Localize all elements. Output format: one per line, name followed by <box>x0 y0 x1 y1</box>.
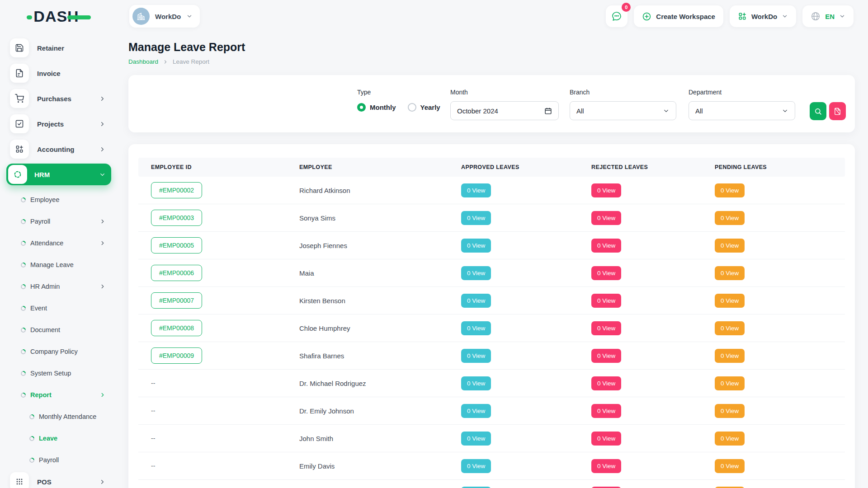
chevron-right-icon <box>99 479 106 485</box>
sidebar-subitem-hr-admin[interactable]: HR Admin <box>0 276 118 297</box>
employee-id-badge[interactable]: #EMP00006 <box>151 265 202 281</box>
rejected-leaves-badge[interactable]: 0 View <box>591 266 621 280</box>
workspace-switcher[interactable]: WorkDo <box>730 5 796 27</box>
approved-leaves-badge[interactable]: 0 View <box>461 432 491 446</box>
employee-id-badge[interactable]: #EMP00009 <box>151 347 202 364</box>
sidebar-subitem-employee[interactable]: Employee <box>0 189 118 211</box>
pending-leaves-badge[interactable]: 0 View <box>715 211 745 225</box>
month-input[interactable]: October 2024 <box>450 101 559 120</box>
breadcrumb-dashboard-link[interactable]: Dashboard <box>128 58 158 65</box>
rejected-leaves-badge[interactable]: 0 View <box>591 404 621 418</box>
sidebar-subitem-attendance[interactable]: Attendance <box>0 232 118 254</box>
sidebar-item-invoice[interactable]: Invoice <box>6 62 111 84</box>
workspace-selector[interactable]: WorkDo <box>129 5 200 28</box>
pending-leaves-badge[interactable]: 0 View <box>715 404 745 418</box>
pending-leaves-badge[interactable]: 0 View <box>715 376 745 390</box>
plus-circle-icon <box>642 12 651 21</box>
radio-monthly[interactable]: Monthly <box>357 103 396 112</box>
approved-leaves-badge[interactable]: 0 View <box>461 294 491 308</box>
sidebar-item-pos[interactable]: POS <box>6 471 111 488</box>
chevron-right-icon <box>99 121 106 127</box>
rejected-leaves-badge[interactable]: 0 View <box>591 432 621 446</box>
sidebar-item-hrm[interactable]: HRM <box>6 164 111 185</box>
pending-leaves-badge[interactable]: 0 View <box>715 487 745 488</box>
sidebar-item-projects[interactable]: Projects <box>6 113 111 135</box>
rejected-leaves-badge[interactable]: 0 View <box>591 211 621 225</box>
approved-leaves-badge[interactable]: 0 View <box>461 459 491 473</box>
rejected-leaves-badge[interactable]: 0 View <box>591 239 621 253</box>
approved-leaves-badge[interactable]: 0 View <box>461 349 491 363</box>
approved-leaves-badge[interactable]: 0 View <box>461 376 491 390</box>
employee-name: Joseph Fiennes <box>299 242 461 249</box>
search-button[interactable] <box>810 102 826 120</box>
rejected-leaves-badge[interactable]: 0 View <box>591 376 621 390</box>
employee-id-badge[interactable]: #EMP00003 <box>151 210 202 226</box>
radio-yearly[interactable]: Yearly <box>408 103 440 112</box>
messages-button[interactable]: 0 <box>606 5 627 27</box>
pending-leaves-badge[interactable]: 0 View <box>715 459 745 473</box>
pending-leaves-badge[interactable]: 0 View <box>715 349 745 363</box>
sidebar-subitem-system-setup[interactable]: System Setup <box>0 362 118 384</box>
pending-leaves-badge[interactable]: 0 View <box>715 321 745 335</box>
pending-leaves-badge[interactable]: 0 View <box>715 266 745 280</box>
dash-logo[interactable]: DASH <box>0 9 118 24</box>
floppy-icon <box>10 38 29 57</box>
employee-id-badge[interactable]: #EMP00002 <box>151 182 202 198</box>
invoice-icon <box>10 64 29 83</box>
approved-leaves-badge[interactable]: 0 View <box>461 266 491 280</box>
department-select[interactable]: All <box>689 101 795 120</box>
sidebar-subitem-manage-leave[interactable]: Manage Leave <box>0 254 118 276</box>
sidebar-item-accounting[interactable]: Accounting <box>6 138 111 160</box>
sidebar-subitem-leave[interactable]: Leave <box>0 427 118 449</box>
rejected-leaves-badge[interactable]: 0 View <box>591 459 621 473</box>
rejected-leaves-badge[interactable]: 0 View <box>591 321 621 335</box>
rejected-leaves-badge[interactable]: 0 View <box>591 183 621 197</box>
sidebar-item-label: Purchases <box>37 95 71 103</box>
pending-leaves-badge[interactable]: 0 View <box>715 294 745 308</box>
approved-leaves-badge[interactable]: 0 View <box>461 487 491 488</box>
create-workspace-button[interactable]: Create Workspace <box>634 5 723 27</box>
rejected-leaves-badge[interactable]: 0 View <box>591 487 621 488</box>
rejected-leaves-badge[interactable]: 0 View <box>591 349 621 363</box>
sidebar-subitem-event[interactable]: Event <box>0 297 118 319</box>
table-row: #EMP00002 Richard Atkinson 0 View 0 View… <box>138 177 845 204</box>
globe-icon <box>811 11 821 21</box>
sidebar-subitem-report[interactable]: Report <box>0 384 118 406</box>
sidebar-item-purchases[interactable]: Purchases <box>6 88 111 109</box>
employee-id-badge[interactable]: #EMP00005 <box>151 237 202 253</box>
chevron-right-icon <box>99 218 106 225</box>
filter-card: Type Monthly Yearly Month October 2024 <box>128 75 855 132</box>
table-header-row: EMPLOYEE ID EMPLOYEE APPROVED LEAVES REJ… <box>138 158 845 177</box>
employee-id-badge[interactable]: #EMP00008 <box>151 320 202 336</box>
employee-name: Dr. Michael Rodriguez <box>299 380 461 387</box>
sidebar-subitem-document[interactable]: Document <box>0 319 118 341</box>
rejected-leaves-badge[interactable]: 0 View <box>591 294 621 308</box>
bullet-icon <box>29 414 35 420</box>
employee-id-badge[interactable]: #EMP00007 <box>151 292 202 309</box>
approved-leaves-badge[interactable]: 0 View <box>461 211 491 225</box>
approved-leaves-badge[interactable]: 0 View <box>461 404 491 418</box>
table-row: #EMP00007 Kirsten Benson 0 View 0 View 0… <box>138 287 845 314</box>
bullet-icon <box>20 197 26 203</box>
branch-select[interactable]: All <box>570 101 676 120</box>
sidebar-subitem-company-policy[interactable]: Company Policy <box>0 341 118 362</box>
bullet-icon <box>29 457 35 463</box>
chevron-right-icon <box>99 283 106 290</box>
pending-leaves-badge[interactable]: 0 View <box>715 183 745 197</box>
sidebar-item-retainer[interactable]: Retainer <box>6 37 111 59</box>
language-selector[interactable]: EN <box>802 5 854 27</box>
calendar-icon[interactable] <box>544 107 552 115</box>
messages-count-badge: 0 <box>622 3 631 12</box>
approved-leaves-badge[interactable]: 0 View <box>461 239 491 253</box>
sidebar-subitem-report-payroll[interactable]: Payroll <box>0 449 118 471</box>
sidebar-subitem-monthly-attendance[interactable]: Monthly Attendance <box>0 406 118 427</box>
sidebar-item-label: Accounting <box>37 145 75 153</box>
pending-leaves-badge[interactable]: 0 View <box>715 239 745 253</box>
sidebar-subitem-payroll[interactable]: Payroll <box>0 211 118 232</box>
approved-leaves-badge[interactable]: 0 View <box>461 183 491 197</box>
reset-button[interactable] <box>829 102 846 120</box>
hrm-submenu: Employee Payroll Attendance Manage Leave… <box>0 189 118 471</box>
chevron-right-icon <box>99 392 106 398</box>
approved-leaves-badge[interactable]: 0 View <box>461 321 491 335</box>
pending-leaves-badge[interactable]: 0 View <box>715 432 745 446</box>
